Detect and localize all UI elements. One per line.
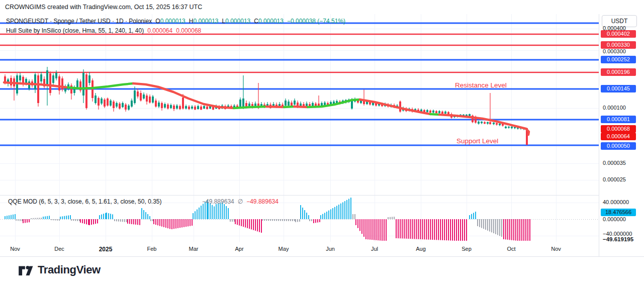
qqe-value-1: −49.889634 — [202, 198, 234, 205]
time-axis-label: Aug — [416, 246, 426, 252]
time-axis-label: May — [279, 246, 289, 252]
qqe-mod-title[interactable]: QQE MOD (6, 5, 3, 3, close, 6, 5, 1.61, … — [8, 198, 161, 205]
qqe-mod-values: −49.889634∅−49.889634 — [202, 198, 279, 205]
time-axis-label: Jul — [371, 246, 378, 252]
time-axis-label: Nov — [10, 246, 20, 252]
watermark-text: CROWNGIMS created with TradingView.com, … — [5, 4, 202, 11]
price-label-badge: 0.000402 — [601, 30, 636, 38]
tradingview-logo-text: TradingView — [38, 263, 101, 276]
price-axis-label: 0.000000 — [603, 216, 626, 222]
price-label-badge: 0.000252 — [601, 56, 636, 63]
time-axis-label: 2025 — [99, 246, 113, 253]
price-label-badge: 0.000068 — [601, 125, 636, 133]
hull-suite-title[interactable]: Hull Suite by InSilico (close, Hma, 55, … — [6, 27, 144, 34]
time-axis-label: Oct — [507, 246, 515, 252]
price-axis-label: 0.000100 — [603, 105, 626, 111]
price-axis[interactable]: USDT 0.0004000.0003000.0001000.0000350.0… — [599, 14, 644, 256]
tradingview-logo-icon — [18, 263, 33, 276]
symbol-title[interactable]: SPONGEUSDT · Sponge / Tether USD · 1D · … — [6, 18, 152, 25]
price-axis-label: 0.000300 — [603, 48, 626, 54]
price-axis-label: 40.000000 — [603, 199, 629, 205]
price-label-badge: 0.000081 — [601, 116, 636, 123]
support-level-label: Support Level — [456, 137, 498, 145]
price-label-badge: 0.000330 — [601, 41, 636, 49]
qqe-null-icon: ∅ — [238, 198, 243, 205]
tradingview-logo[interactable]: TradingView — [18, 263, 101, 276]
time-axis-label: Nov — [551, 246, 561, 252]
time-axis-label: Feb — [147, 246, 157, 252]
high-value: 0.000013 — [193, 18, 218, 25]
qqe-value-2: −49.889634 — [246, 198, 279, 205]
qqe-mod-legend[interactable]: QQE MOD (6, 5, 3, 3, close, 6, 5, 1.61, … — [8, 198, 161, 205]
open-value: 0.000013 — [160, 18, 186, 25]
symbol-legend[interactable]: SPONGEUSDT · Sponge / Tether USD · 1D · … — [6, 18, 345, 25]
open-label: O — [155, 18, 160, 25]
price-label-badge: 0.000196 — [601, 68, 636, 76]
price-axis-label: −49.619195 — [603, 236, 633, 242]
time-axis-label: Apr — [235, 246, 243, 252]
time-axis-label: Jun — [326, 246, 335, 252]
time-axis-label: Dec — [54, 246, 64, 252]
close-value: 0.000013 — [258, 18, 284, 25]
price-axis-label: 0.000035 — [603, 160, 626, 166]
hull-value-1: 0.000064 — [147, 27, 172, 34]
price-axis-label: 0.000025 — [603, 176, 626, 182]
change-value: −0.000038 (−74.51%) — [287, 18, 345, 25]
hull-value-2: 0.000068 — [176, 27, 201, 34]
price-label-badge: 18.476566 — [601, 209, 636, 216]
time-axis-label: Mar — [189, 246, 199, 252]
resistance-level-label: Resistance Level — [455, 81, 507, 89]
price-label-badge: 0.000064 — [601, 133, 636, 140]
price-label-badge: 0.000145 — [601, 85, 636, 92]
low-value: 0.000013 — [225, 18, 250, 25]
time-axis-label: Sep — [462, 246, 472, 252]
hull-suite-legend[interactable]: Hull Suite by InSilico (close, Hma, 55, … — [6, 27, 201, 34]
close-label: C — [254, 18, 258, 25]
time-axis[interactable]: NovDec2025FebMarAprMayJunJulAugSepOctNov — [0, 242, 644, 256]
price-label-badge: 0.000050 — [601, 142, 636, 150]
